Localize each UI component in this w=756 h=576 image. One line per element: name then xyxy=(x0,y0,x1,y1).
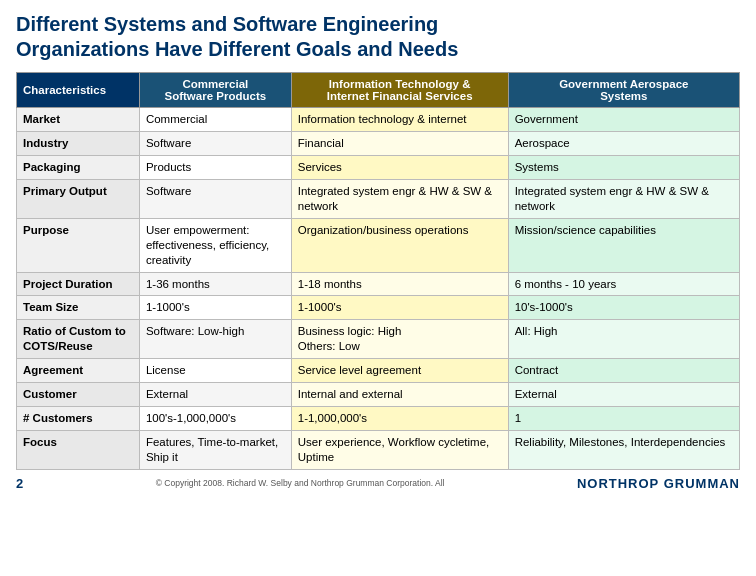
gov-ratio: All: High xyxy=(508,320,739,359)
table-row: Agreement License Service level agreemen… xyxy=(17,359,740,383)
commercial-num-customers: 100's-1,000,000's xyxy=(139,407,291,431)
commercial-industry: Software xyxy=(139,131,291,155)
commercial-focus: Features, Time-to-market, Ship it xyxy=(139,431,291,470)
logo-area: NORTHROP GRUMMAN xyxy=(577,476,740,491)
table-row: Primary Output Software Integrated syste… xyxy=(17,179,740,218)
commercial-ratio: Software: Low-high xyxy=(139,320,291,359)
slide-footer: 2 © Copyright 2008. Richard W. Selby and… xyxy=(16,476,740,491)
char-customer: Customer xyxy=(17,383,140,407)
commercial-agreement: License xyxy=(139,359,291,383)
char-project-duration: Project Duration xyxy=(17,272,140,296)
header-characteristics: Characteristics xyxy=(17,73,140,108)
table-row: Team Size 1-1000's 1-1000's 10's-1000's xyxy=(17,296,740,320)
gov-num-customers: 1 xyxy=(508,407,739,431)
it-focus: User experience, Workflow cycletime, Upt… xyxy=(291,431,508,470)
gov-primary-output: Integrated system engr & HW & SW & netwo… xyxy=(508,179,739,218)
commercial-purpose: User empowerment: effectiveness, efficie… xyxy=(139,218,291,272)
char-team-size: Team Size xyxy=(17,296,140,320)
gov-industry: Aerospace xyxy=(508,131,739,155)
commercial-customer: External xyxy=(139,383,291,407)
char-agreement: Agreement xyxy=(17,359,140,383)
char-ratio: Ratio of Custom to COTS/Reuse xyxy=(17,320,140,359)
char-num-customers: # Customers xyxy=(17,407,140,431)
table-row: Purpose User empowerment: effectiveness,… xyxy=(17,218,740,272)
copyright-text: © Copyright 2008. Richard W. Selby and N… xyxy=(23,478,577,488)
page-number: 2 xyxy=(16,476,23,491)
table-row: Packaging Products Services Systems xyxy=(17,155,740,179)
comparison-table: Characteristics CommercialSoftware Produ… xyxy=(16,72,740,470)
header-gov: Government AerospaceSystems xyxy=(508,73,739,108)
table-row: Customer External Internal and external … xyxy=(17,383,740,407)
table-row: Project Duration 1-36 months 1-18 months… xyxy=(17,272,740,296)
gov-project-duration: 6 months - 10 years xyxy=(508,272,739,296)
it-ratio: Business logic: HighOthers: Low xyxy=(291,320,508,359)
table-row: Ratio of Custom to COTS/Reuse Software: … xyxy=(17,320,740,359)
table-row: Focus Features, Time-to-market, Ship it … xyxy=(17,431,740,470)
gov-market: Government xyxy=(508,108,739,132)
title-line1: Different Systems and Software Engineeri… xyxy=(16,13,438,35)
gov-purpose: Mission/science capabilities xyxy=(508,218,739,272)
it-purpose: Organization/business operations xyxy=(291,218,508,272)
table-row: Industry Software Financial Aerospace xyxy=(17,131,740,155)
it-num-customers: 1-1,000,000's xyxy=(291,407,508,431)
commercial-market: Commercial xyxy=(139,108,291,132)
it-market: Information technology & internet xyxy=(291,108,508,132)
it-team-size: 1-1000's xyxy=(291,296,508,320)
char-primary-output: Primary Output xyxy=(17,179,140,218)
char-industry: Industry xyxy=(17,131,140,155)
slide-title: Different Systems and Software Engineeri… xyxy=(16,12,740,62)
gov-team-size: 10's-1000's xyxy=(508,296,739,320)
header-it: Information Technology &Internet Financi… xyxy=(291,73,508,108)
gov-agreement: Contract xyxy=(508,359,739,383)
gov-focus: Reliability, Milestones, Interdependenci… xyxy=(508,431,739,470)
title-line2: Organizations Have Different Goals and N… xyxy=(16,38,458,60)
char-purpose: Purpose xyxy=(17,218,140,272)
commercial-packaging: Products xyxy=(139,155,291,179)
it-packaging: Services xyxy=(291,155,508,179)
it-customer: Internal and external xyxy=(291,383,508,407)
commercial-team-size: 1-1000's xyxy=(139,296,291,320)
table-row: Market Commercial Information technology… xyxy=(17,108,740,132)
commercial-project-duration: 1-36 months xyxy=(139,272,291,296)
it-project-duration: 1-18 months xyxy=(291,272,508,296)
commercial-primary-output: Software xyxy=(139,179,291,218)
it-agreement: Service level agreement xyxy=(291,359,508,383)
it-primary-output: Integrated system engr & HW & SW & netwo… xyxy=(291,179,508,218)
char-focus: Focus xyxy=(17,431,140,470)
char-packaging: Packaging xyxy=(17,155,140,179)
char-market: Market xyxy=(17,108,140,132)
gov-customer: External xyxy=(508,383,739,407)
table-row: # Customers 100's-1,000,000's 1-1,000,00… xyxy=(17,407,740,431)
slide: Different Systems and Software Engineeri… xyxy=(0,0,756,576)
it-industry: Financial xyxy=(291,131,508,155)
logo-text: NORTHROP GRUMMAN xyxy=(577,476,740,491)
gov-packaging: Systems xyxy=(508,155,739,179)
header-commercial: CommercialSoftware Products xyxy=(139,73,291,108)
